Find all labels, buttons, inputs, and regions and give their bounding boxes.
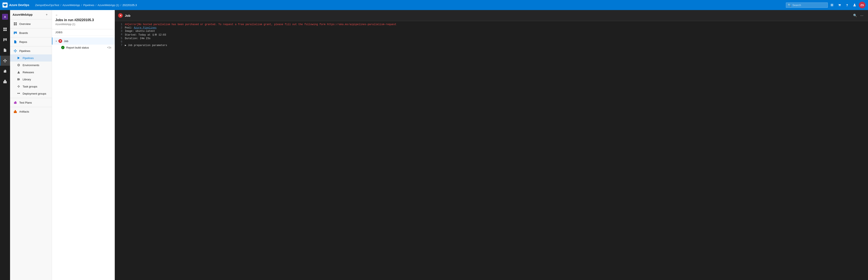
- azure-pipelines-link[interactable]: Azure Pipelines: [134, 26, 156, 29]
- nav-item-pipelines[interactable]: Pipelines: [10, 55, 52, 62]
- log-error-icon: ✕: [118, 13, 123, 18]
- nav-project-header: AzureWebApp +: [10, 10, 52, 20]
- log-header: ✕ Job 🔍 ⋯: [115, 10, 868, 21]
- icon-rail: A: [0, 10, 10, 280]
- nav-item-artifacts[interactable]: Artifacts: [10, 108, 52, 115]
- step-name: Report build status: [66, 46, 89, 49]
- svg-point-38: [18, 86, 19, 87]
- svg-rect-43: [18, 93, 19, 94]
- svg-rect-8: [5, 30, 7, 31]
- nav-divider-1: [10, 28, 52, 29]
- log-more-button[interactable]: ⋯: [859, 12, 865, 19]
- breadcrumb-pipelines[interactable]: Pipelines: [83, 4, 94, 7]
- main-layout: A AzureWebApp +: [0, 10, 868, 280]
- app-logo[interactable]: Azure DevOps: [2, 2, 29, 7]
- nav-panel: AzureWebApp + Overview Boards: [10, 10, 52, 280]
- svg-rect-7: [3, 30, 5, 31]
- rail-pipelines[interactable]: [0, 56, 10, 66]
- nav-item-taskgroups-label: Task groups: [23, 85, 37, 88]
- pipelines-header-icon: [13, 49, 17, 53]
- nav-item-pipelines-header[interactable]: Pipelines: [10, 47, 52, 55]
- nav-project-name: AzureWebApp: [12, 13, 32, 16]
- nav-item-overview[interactable]: Overview: [10, 20, 52, 27]
- breadcrumb-project[interactable]: AzureWebApp: [62, 4, 80, 7]
- log-title-area: ✕ Job: [118, 13, 130, 18]
- back-button[interactable]: ←: [55, 13, 111, 16]
- svg-rect-23: [16, 24, 17, 25]
- log-line-num-1: 1: [118, 23, 122, 26]
- nav-item-releases[interactable]: Releases: [10, 69, 52, 76]
- svg-rect-37: [18, 78, 19, 80]
- user-avatar[interactable]: ZS: [859, 2, 866, 8]
- rail-artifacts[interactable]: [0, 77, 10, 86]
- nav-item-testplans[interactable]: Test Plans: [10, 99, 52, 106]
- nav-item-deploymentgroups[interactable]: Deployment groups: [10, 90, 52, 97]
- library-icon: [17, 77, 21, 81]
- job-collapse-icon[interactable]: ▾: [56, 40, 57, 42]
- log-line-content-6: [125, 40, 865, 43]
- svg-rect-2: [831, 6, 833, 6]
- log-line-num-5: 5: [118, 37, 122, 40]
- svg-marker-32: [18, 57, 20, 59]
- releases-icon: [17, 70, 21, 74]
- log-line-content-7[interactable]: ▶ Job preparation parameters: [125, 44, 865, 47]
- rail-project[interactable]: A: [0, 12, 10, 22]
- breadcrumb-sep-4: /: [120, 4, 121, 7]
- shopping-icon[interactable]: [836, 2, 843, 8]
- breadcrumb-org[interactable]: ZempotDevOpsTest: [35, 4, 59, 7]
- breadcrumb-sep-1: /: [61, 4, 61, 7]
- log-line-7[interactable]: 7 ▶ Job preparation parameters: [115, 43, 868, 47]
- rail-testplans[interactable]: [0, 66, 10, 76]
- svg-point-3: [839, 6, 839, 6]
- search-box[interactable]: 🔍: [786, 2, 828, 8]
- nav-item-boards[interactable]: Boards: [10, 29, 52, 36]
- svg-point-27: [14, 50, 15, 51]
- svg-rect-25: [15, 32, 16, 33]
- jobs-panel-title: Jobs in run #20220105.3: [55, 18, 111, 22]
- environments-icon: [17, 63, 21, 67]
- log-search-button[interactable]: 🔍: [852, 12, 858, 19]
- nav-item-testplans-label: Test Plans: [19, 101, 32, 104]
- rail-repos[interactable]: [0, 45, 10, 55]
- jobs-panel-subtitle: AzureWebApp (1): [55, 23, 111, 26]
- list-view-button[interactable]: [829, 2, 835, 8]
- svg-point-12: [3, 60, 4, 61]
- svg-marker-35: [18, 71, 20, 73]
- nav-item-taskgroups[interactable]: Task groups: [10, 83, 52, 90]
- jobs-list-header: Jobs: [52, 29, 115, 36]
- svg-point-29: [15, 51, 16, 52]
- nav-item-environments[interactable]: Environments: [10, 62, 52, 69]
- log-line-num-3: 3: [118, 30, 122, 33]
- breadcrumb-sep-3: /: [95, 4, 96, 7]
- log-line-num-7: 7: [118, 44, 122, 47]
- breadcrumb: ZempotDevOpsTest / AzureWebApp / Pipelin…: [31, 4, 784, 7]
- svg-rect-1: [831, 5, 833, 5]
- rail-overview[interactable]: [0, 24, 10, 34]
- help-button[interactable]: ?: [844, 2, 850, 8]
- nav-divider-3: [10, 46, 52, 46]
- svg-point-13: [5, 59, 5, 60]
- user-button[interactable]: [851, 2, 858, 8]
- svg-point-33: [18, 64, 20, 66]
- rail-boards[interactable]: [0, 35, 10, 45]
- step-duration: <1s: [107, 46, 111, 49]
- nav-item-library[interactable]: Library: [10, 76, 52, 83]
- search-icon: 🔍: [788, 4, 791, 7]
- search-input[interactable]: [793, 4, 826, 7]
- project-initial: A: [2, 14, 8, 20]
- svg-point-15: [6, 60, 7, 61]
- breadcrumb-pipeline[interactable]: AzureWebApp (1): [98, 4, 119, 7]
- svg-rect-9: [3, 38, 4, 41]
- nav-add-button[interactable]: +: [44, 12, 49, 17]
- svg-rect-10: [5, 38, 5, 40]
- jobs-list: ▾ ✕ Job ✓ Report build status <1s: [52, 36, 115, 52]
- log-line-content-2: Pool: Azure Pipelines: [125, 26, 865, 29]
- job-item[interactable]: ▾ ✕ Job: [52, 37, 115, 44]
- svg-point-28: [15, 49, 16, 50]
- svg-rect-26: [16, 32, 17, 34]
- svg-point-34: [18, 64, 19, 66]
- nav-item-releases-label: Releases: [23, 71, 34, 74]
- nav-item-repos[interactable]: Repos: [10, 38, 52, 45]
- job-step-0[interactable]: ✓ Report build status <1s: [52, 44, 115, 50]
- log-line-2: 2 Pool: Azure Pipelines: [115, 26, 868, 30]
